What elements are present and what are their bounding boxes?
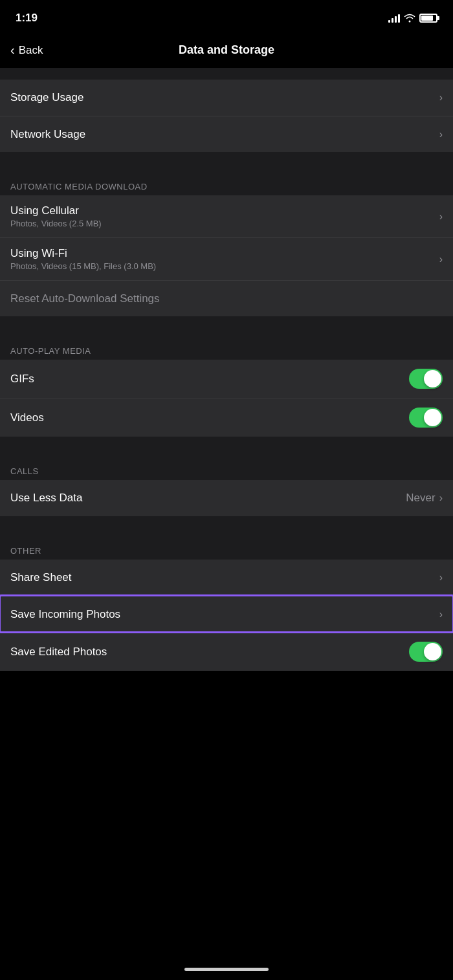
using-wifi-title: Using Wi-Fi: [10, 247, 156, 260]
using-cellular-subtitle: Photos, Videos (2.5 MB): [10, 219, 102, 228]
back-label: Back: [19, 44, 43, 57]
using-cellular-chevron-icon: ›: [439, 211, 443, 223]
use-less-data-value: Never: [406, 492, 435, 505]
page-title: Data and Storage: [179, 43, 274, 57]
reset-auto-download-row[interactable]: Reset Auto-Download Settings: [0, 280, 453, 316]
other-section: Share Sheet › Save Incoming Photos › Sav…: [0, 560, 453, 671]
using-cellular-title: Using Cellular: [10, 204, 102, 217]
gifs-title: GIFs: [10, 373, 34, 386]
share-sheet-row[interactable]: Share Sheet ›: [0, 560, 453, 596]
network-usage-title: Network Usage: [10, 128, 85, 141]
auto-play-section: GIFs Videos: [0, 360, 453, 437]
videos-row[interactable]: Videos: [0, 398, 453, 437]
section-gap-auto-download: [0, 152, 453, 175]
nav-bar: ‹ Back Data and Storage: [0, 32, 453, 68]
use-less-data-title: Use Less Data: [10, 492, 83, 505]
wifi-icon: [404, 14, 415, 23]
videos-toggle[interactable]: [409, 408, 443, 428]
storage-network-section: Storage Usage › Network Usage ›: [0, 80, 453, 152]
signal-icon: [388, 14, 400, 23]
back-button[interactable]: ‹ Back: [10, 43, 43, 58]
use-less-data-row[interactable]: Use Less Data Never ›: [0, 480, 453, 516]
save-incoming-photos-row[interactable]: Save Incoming Photos ›: [0, 596, 453, 632]
status-icons: [388, 14, 437, 23]
battery-icon: [419, 14, 437, 23]
using-wifi-chevron-icon: ›: [439, 254, 443, 265]
use-less-data-chevron-icon: ›: [439, 492, 443, 504]
calls-section: Use Less Data Never ›: [0, 480, 453, 516]
share-sheet-title: Share Sheet: [10, 571, 72, 584]
save-edited-photos-toggle[interactable]: [409, 642, 443, 662]
share-sheet-chevron-icon: ›: [439, 572, 443, 583]
using-wifi-row[interactable]: Using Wi-Fi Photos, Videos (15 MB), File…: [0, 237, 453, 280]
using-wifi-subtitle: Photos, Videos (15 MB), Files (3.0 MB): [10, 261, 156, 271]
storage-usage-row[interactable]: Storage Usage ›: [0, 80, 453, 116]
auto-play-header: Auto-Play Media: [0, 340, 453, 360]
auto-download-section: Using Cellular Photos, Videos (2.5 MB) ›…: [0, 195, 453, 316]
gifs-toggle[interactable]: [409, 369, 443, 389]
home-indicator: [184, 968, 269, 971]
network-usage-row[interactable]: Network Usage ›: [0, 116, 453, 152]
section-gap-top: [0, 68, 453, 80]
storage-usage-title: Storage Usage: [10, 91, 83, 104]
storage-usage-chevron-icon: ›: [439, 92, 443, 103]
back-arrow-icon: ‹: [10, 43, 15, 58]
section-gap-calls: [0, 437, 453, 460]
network-usage-chevron-icon: ›: [439, 129, 443, 140]
reset-auto-download-title: Reset Auto-Download Settings: [10, 292, 160, 305]
save-edited-photos-title: Save Edited Photos: [10, 646, 107, 659]
status-bar: 1:19: [0, 0, 453, 32]
save-incoming-photos-chevron-icon: ›: [439, 609, 443, 620]
using-cellular-row[interactable]: Using Cellular Photos, Videos (2.5 MB) ›: [0, 195, 453, 237]
status-time: 1:19: [16, 12, 38, 25]
auto-download-header: Automatic Media Download: [0, 175, 453, 195]
save-incoming-photos-title: Save Incoming Photos: [10, 608, 120, 621]
videos-title: Videos: [10, 411, 44, 424]
other-header: Other: [0, 539, 453, 560]
gifs-row[interactable]: GIFs: [0, 360, 453, 398]
section-gap-auto-play: [0, 316, 453, 340]
calls-header: Calls: [0, 460, 453, 480]
save-edited-photos-row[interactable]: Save Edited Photos: [0, 632, 453, 671]
home-indicator-bar: [0, 958, 453, 980]
section-gap-other: [0, 516, 453, 539]
